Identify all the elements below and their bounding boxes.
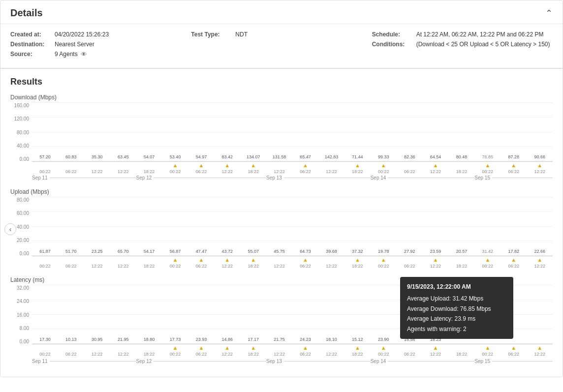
warning-icon: ▲ [527,162,553,168]
x-label: 12:22 [423,169,449,174]
x-label: 00:22 [32,169,58,174]
x-label: 18:22 [240,169,266,174]
collapse-icon[interactable]: ⌃ [545,8,553,19]
bar-value-label: 19.78 [378,249,389,254]
warning-icon: ▲ [371,257,397,263]
warning-icon: ▲ [423,345,449,351]
x-label: 06:22 [58,169,84,174]
x-label: 00:22 [371,169,397,174]
bar-value-label: 18.80 [144,337,155,342]
details-title: Details [10,7,43,19]
warning-icon: ▲ [162,345,188,351]
latency-label: Latency (ms) [10,276,553,283]
bar-value-label: 80.48 [456,154,468,159]
bar-value-label: 18.10 [326,337,337,342]
date-separator [154,178,266,178]
bar-value-label: 21.75 [274,337,285,342]
upload-label: Upload (Mbps) [10,188,553,195]
warning-icon: ▲ [371,162,397,168]
schedule-label: Schedule: [372,31,416,38]
x-label: 18:22 [136,352,162,357]
conditions-label: Conditions: [372,41,416,48]
x-label: 00:22 [32,352,58,357]
x-label: 12:22 [110,352,136,357]
bar-value-label: 15.12 [352,337,363,342]
warning-icon [318,345,344,351]
bar-value-label: 22.66 [534,249,545,254]
bar-value-label: 57.20 [39,154,51,159]
warning-icon [397,162,423,168]
bar-value-label: 10.13 [65,337,77,342]
x-label: 12:22 [266,352,292,357]
warning-icon: ▲ [162,257,188,263]
warning-icon: ▲ [371,345,397,351]
latency-bars-container: 17.3010.1330.9521.9518.8017.7323.9314.86… [32,285,553,344]
nav-left-arrow[interactable]: ‹ [4,223,16,235]
x-label: 06:22 [397,264,423,269]
x-label: 18:22 [449,352,475,357]
date-label: Sep 12 [136,175,152,181]
bar-value-label: 60.83 [65,154,77,159]
x-label: 06:22 [292,264,318,269]
warning-icon: ▲ [474,162,500,168]
warning-icon [397,345,423,351]
eye-icon[interactable]: 👁 [81,51,87,58]
x-label: 12:22 [214,352,240,357]
warning-icon [136,257,162,263]
bar-value-label: 43.72 [222,249,233,254]
bar-value-label: 45.75 [274,249,285,254]
bar-value-label: 99.33 [378,154,389,159]
latency-y-axis: 32.0024.0016.008.000.00 [10,285,32,344]
warning-icon [58,257,84,263]
x-label: 06:22 [58,264,84,269]
x-label: 12:22 [84,264,110,269]
date-separator [50,178,136,178]
bar-value-label: 14.86 [222,337,233,342]
x-label: 12:22 [318,264,344,269]
x-label: 06:22 [500,169,527,174]
warning-icon: ▲ [500,345,527,351]
date-separator [154,361,266,362]
bar-value-label: 17.73 [170,337,181,342]
bar-value-label: 37.32 [352,249,363,254]
bar-value-label: 65.47 [300,154,311,159]
download-y-axis: 160.00120.0080.0040.000.00 [10,103,32,162]
bar-value-label: 39.68 [326,249,337,254]
warning-icon [318,162,344,168]
x-label: 06:22 [500,352,527,357]
warning-icon: ▲ [423,162,449,168]
download-chart: Download (Mbps) 160.00120.0080.0040.000.… [10,94,553,181]
bar-value-label: 63.45 [118,154,129,159]
warning-icon: ▲ [188,257,214,263]
warning-icon [58,162,84,168]
x-label: 18:22 [344,264,371,269]
warning-icon [110,345,136,351]
bar-value-label: 76.85 [482,154,494,159]
bar-value-label: 54.07 [144,154,155,159]
warning-icon [449,345,475,351]
x-label: 12:22 [527,169,553,174]
warning-icon: ▲ [188,162,214,168]
download-label: Download (Mbps) [10,94,553,101]
latency-chart: Latency (ms) 32.0024.0016.008.000.00 17.… [10,276,553,364]
bar-value-label: 55.07 [248,249,259,254]
bar-value-label: 23.93 [196,337,207,342]
bar-value-label: 47.47 [196,249,207,254]
bar-value-label: 24.23 [300,337,311,342]
x-label: 12:22 [318,352,344,357]
warning-icon [266,345,292,351]
date-separator [50,361,136,362]
bar-value-label: 21.95 [118,337,129,342]
destination-value: Nearest Server [55,41,94,48]
warning-icon: ▲ [240,162,266,168]
x-label: 00:22 [474,264,500,269]
x-label: 06:22 [397,169,423,174]
x-label: 12:22 [423,264,449,269]
date-separator [284,178,371,178]
x-label: 06:22 [188,169,214,174]
bar-value-label: 20.57 [456,249,468,254]
test-type-label: Test Type: [191,31,235,38]
download-bars-container: 57.2060.8335.3063.4554.0753.4054.9783.42… [32,103,553,162]
x-label: 12:22 [266,264,292,269]
warning-icon: ▲ [214,345,240,351]
